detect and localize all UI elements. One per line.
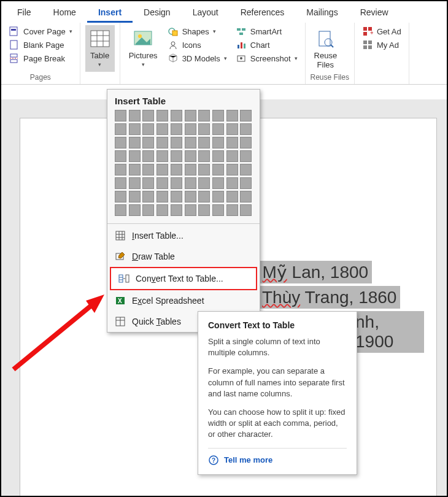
table-grid-cell[interactable] [212, 164, 224, 175]
tab-references[interactable]: References [230, 4, 296, 23]
table-grid-cell[interactable] [171, 164, 182, 175]
table-grid-cell[interactable] [240, 150, 252, 162]
tell-me-more-link[interactable]: ? Tell me more [208, 448, 347, 466]
tab-review[interactable]: Review [349, 4, 400, 23]
table-grid-cell[interactable] [129, 204, 141, 216]
table-grid-cell[interactable] [156, 110, 168, 121]
page-break-button[interactable]: Page Break [6, 52, 75, 64]
table-grid-cell[interactable] [226, 110, 238, 121]
reuse-files-button[interactable]: Reuse Files [311, 25, 341, 72]
table-grid-cell[interactable] [142, 177, 154, 189]
blank-page-button[interactable]: Blank Page [6, 39, 75, 51]
table-grid-cell[interactable] [142, 191, 154, 202]
table-grid-cell[interactable] [240, 137, 252, 148]
table-grid-cell[interactable] [156, 164, 168, 175]
table-grid-cell[interactable] [129, 150, 141, 162]
table-grid-cell[interactable] [185, 123, 196, 135]
pictures-button[interactable]: Pictures▾ [125, 25, 161, 72]
table-grid-cell[interactable] [198, 123, 210, 135]
tab-layout[interactable]: Layout [182, 4, 230, 23]
tab-design[interactable]: Design [133, 4, 182, 23]
table-grid-cell[interactable] [240, 177, 252, 189]
table-grid-cell[interactable] [198, 177, 210, 189]
tab-insert[interactable]: Insert [87, 4, 133, 23]
chart-button[interactable]: Chart [233, 39, 300, 51]
smartart-button[interactable]: SmartArt [233, 25, 300, 37]
convert-text-to-table-item[interactable]: Convert Text to Table... [110, 267, 257, 290]
table-grid-cell[interactable] [129, 164, 141, 175]
table-grid-cell[interactable] [226, 177, 238, 189]
table-grid-cell[interactable] [226, 204, 238, 216]
table-grid-cell[interactable] [226, 137, 238, 148]
table-grid-cell[interactable] [171, 177, 182, 189]
table-grid-cell[interactable] [212, 204, 224, 216]
table-button[interactable]: Table▾ [85, 25, 115, 72]
table-grid-cell[interactable] [115, 177, 126, 189]
table-grid-cell[interactable] [171, 204, 182, 216]
table-grid-cell[interactable] [142, 110, 154, 121]
table-grid-cell[interactable] [185, 110, 196, 121]
table-grid-cell[interactable] [226, 150, 238, 162]
table-grid-cell[interactable] [115, 110, 126, 121]
table-grid-cell[interactable] [226, 164, 238, 175]
table-grid-cell[interactable] [115, 204, 126, 216]
table-grid-cell[interactable] [156, 191, 168, 202]
my-addins-button[interactable]: My Ad [360, 39, 404, 51]
table-grid-cell[interactable] [115, 150, 126, 162]
table-grid-cell[interactable] [115, 191, 126, 202]
table-grid-cell[interactable] [156, 123, 168, 135]
tab-home[interactable]: Home [42, 4, 87, 23]
table-grid-cell[interactable] [212, 177, 224, 189]
icons-button[interactable]: Icons [165, 39, 230, 51]
table-grid-cell[interactable] [115, 137, 126, 148]
table-grid-cell[interactable] [142, 137, 154, 148]
cover-page-button[interactable]: Cover Page▾ [6, 25, 75, 37]
table-grid-cell[interactable] [115, 164, 126, 175]
table-grid-cell[interactable] [240, 123, 252, 135]
draw-table-item[interactable]: Draw Table [107, 246, 260, 267]
table-grid-cell[interactable] [129, 137, 141, 148]
table-grid-cell[interactable] [240, 191, 252, 202]
table-grid-cell[interactable] [185, 150, 196, 162]
table-grid-cell[interactable] [198, 204, 210, 216]
table-grid-cell[interactable] [185, 204, 196, 216]
table-grid-cell[interactable] [142, 150, 154, 162]
table-grid-cell[interactable] [171, 191, 182, 202]
table-grid-cell[interactable] [226, 123, 238, 135]
table-grid-cell[interactable] [212, 191, 224, 202]
table-grid-cell[interactable] [129, 191, 141, 202]
table-grid-cell[interactable] [212, 150, 224, 162]
table-grid-cell[interactable] [226, 191, 238, 202]
table-grid-cell[interactable] [198, 191, 210, 202]
shapes-button[interactable]: Shapes▾ [165, 25, 230, 37]
table-grid-cell[interactable] [156, 137, 168, 148]
table-grid-cell[interactable] [171, 123, 182, 135]
table-grid-cell[interactable] [240, 110, 252, 121]
table-grid-cell[interactable] [185, 177, 196, 189]
table-grid-cell[interactable] [115, 123, 126, 135]
table-grid-cell[interactable] [198, 110, 210, 121]
table-grid-cell[interactable] [185, 164, 196, 175]
table-grid-cell[interactable] [142, 164, 154, 175]
table-grid-cell[interactable] [212, 110, 224, 121]
table-grid-cell[interactable] [185, 137, 196, 148]
3d-models-button[interactable]: 3D Models▾ [165, 52, 230, 64]
table-grid-cell[interactable] [198, 150, 210, 162]
get-addins-button[interactable]: + Get Ad [360, 25, 404, 37]
table-grid-cell[interactable] [156, 177, 168, 189]
table-grid-cell[interactable] [142, 123, 154, 135]
tab-mailings[interactable]: Mailings [295, 4, 349, 23]
table-grid-cell[interactable] [240, 164, 252, 175]
table-grid-cell[interactable] [171, 137, 182, 148]
table-grid-cell[interactable] [129, 110, 141, 121]
table-grid-picker[interactable] [107, 110, 260, 222]
table-grid-cell[interactable] [156, 150, 168, 162]
table-grid-cell[interactable] [129, 123, 141, 135]
table-grid-cell[interactable] [156, 204, 168, 216]
screenshot-button[interactable]: Screenshot▾ [233, 52, 300, 64]
table-grid-cell[interactable] [240, 204, 252, 216]
table-grid-cell[interactable] [129, 177, 141, 189]
table-grid-cell[interactable] [171, 150, 182, 162]
table-grid-cell[interactable] [171, 110, 182, 121]
excel-spreadsheet-item[interactable]: X Excel Spreadsheet [107, 290, 260, 311]
